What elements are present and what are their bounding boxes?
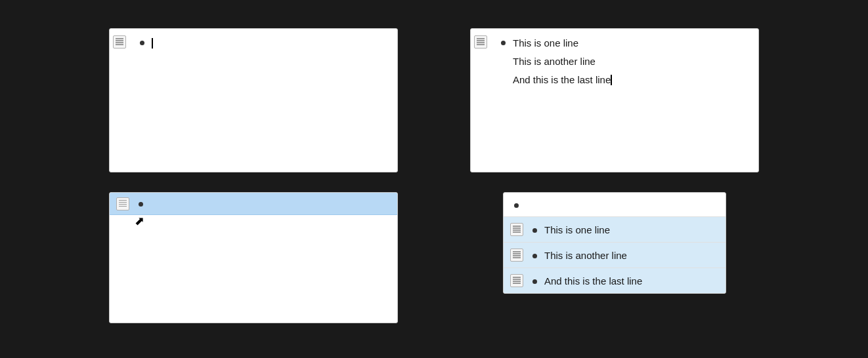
item-text-row-1: This is one line	[544, 222, 610, 237]
bullet-dot-header	[514, 203, 519, 208]
bullet-1	[497, 37, 509, 49]
bullet-row-3	[529, 275, 540, 287]
bullet-dot-row-1	[532, 228, 537, 233]
item-text-3: And this is the last line	[513, 72, 612, 87]
doc-icon-top-right	[474, 35, 487, 49]
quadrant-top-right: This is one line This is another line An…	[434, 9, 795, 186]
doc-icon-row-3	[510, 274, 523, 287]
highlighted-row	[110, 193, 397, 215]
doc-icon-top-left	[113, 35, 126, 49]
editor-content-top-left	[129, 29, 397, 172]
editor-content-top-right: This is one line This is another line An…	[490, 29, 758, 172]
list-item-1: This is one line	[497, 34, 752, 52]
bottom-left-content	[110, 215, 397, 323]
text-cursor-right	[611, 75, 612, 85]
item-text-row-2: This is another line	[544, 248, 627, 262]
bullet-row-2	[529, 250, 540, 262]
doc-icon-row-1	[510, 223, 523, 236]
bullet-row-1	[529, 224, 540, 236]
item-text-row-3: And this is the last line	[544, 273, 642, 288]
editor-bottom-left[interactable]: ⬈	[109, 192, 398, 323]
list-header	[504, 193, 726, 216]
list-row-1[interactable]: This is one line	[504, 216, 726, 242]
list-row-3[interactable]: And this is the last line	[504, 268, 726, 293]
text-cursor	[152, 38, 153, 49]
quadrant-bottom-right: This is one line This is another line An…	[434, 186, 795, 349]
list-item-row	[136, 34, 391, 52]
item-text-2: This is another line	[513, 54, 596, 68]
item-text-cursor	[152, 35, 153, 50]
list-item-3: And this is the last line	[497, 71, 752, 89]
bullet-dot-1	[501, 41, 506, 45]
list-item-2: This is another line	[497, 52, 752, 71]
editor-top-left[interactable]	[109, 28, 398, 172]
editor-top-right[interactable]: This is one line This is another line An…	[470, 28, 759, 172]
bullet-dot	[140, 41, 144, 45]
bullet-header	[510, 199, 522, 211]
bullet-top-left	[136, 37, 148, 49]
icon-bar-top-right	[471, 29, 490, 172]
list-row-2[interactable]: This is another line	[504, 242, 726, 268]
item-text-1: This is one line	[513, 35, 578, 50]
expanded-list[interactable]: This is one line This is another line An…	[503, 192, 726, 294]
bullet-dot-row-3	[532, 279, 537, 284]
bullet-dot-bottom-left	[139, 202, 143, 207]
icon-bar-top-left	[110, 29, 129, 172]
quadrant-bottom-left: ⬈	[73, 186, 434, 349]
bullet-bottom-left	[135, 199, 146, 210]
bullet-dot-row-2	[532, 254, 537, 258]
doc-icon-row-2	[510, 249, 523, 262]
quadrant-top-left	[73, 9, 434, 186]
doc-icon-bottom-left	[116, 197, 129, 210]
main-container: This is one line This is another line An…	[73, 9, 795, 349]
